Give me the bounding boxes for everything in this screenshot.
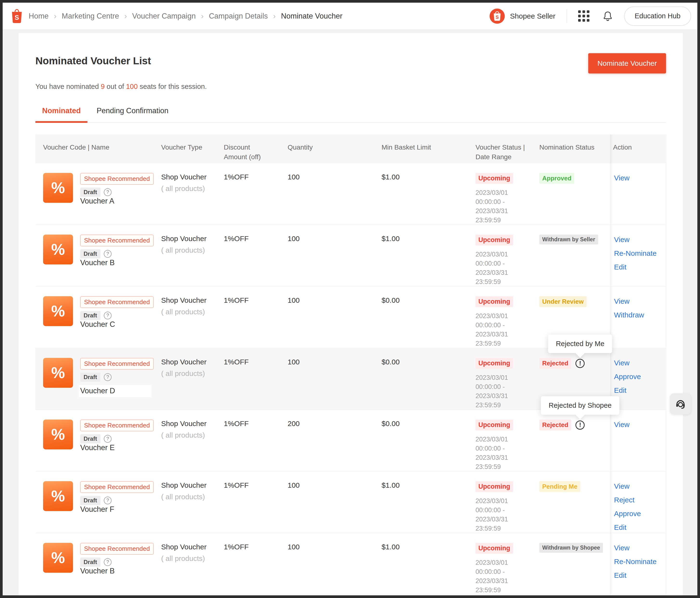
- draft-badge: Draft: [80, 557, 100, 567]
- date-line: 23:59:59: [475, 216, 536, 225]
- action-view[interactable]: View: [614, 173, 629, 183]
- draft-help-icon[interactable]: [104, 558, 111, 566]
- notifications-bell-icon[interactable]: [602, 10, 614, 22]
- action-reject[interactable]: Reject: [614, 495, 634, 505]
- nomination-status-badge: Withdrawn by Shopee: [539, 543, 603, 553]
- voucher-name: Voucher B: [80, 258, 115, 267]
- min-basket-limit-value: $1.00: [381, 543, 400, 551]
- draft-help-icon[interactable]: [104, 188, 111, 196]
- voucher-type-scope: ( all products): [161, 370, 221, 378]
- column-action: Action: [610, 134, 667, 163]
- action-withdraw[interactable]: Withdraw: [614, 310, 644, 320]
- action-edit[interactable]: Edit: [614, 570, 627, 580]
- action-approve[interactable]: Approve: [614, 372, 641, 382]
- date-line: 23:59:59: [475, 339, 536, 348]
- column-voucher-code-name: Voucher Code | Name: [35, 134, 158, 163]
- draft-help-icon[interactable]: [104, 497, 111, 504]
- date-line: 00:00:00 -: [475, 197, 536, 206]
- draft-badge: Draft: [80, 434, 100, 443]
- action-view[interactable]: View: [614, 543, 629, 553]
- date-line: 00:00:00 -: [475, 505, 536, 515]
- content-card: Nominated Voucher List Nominate Voucher …: [19, 33, 683, 595]
- discount-amount: 1%OFF: [224, 234, 249, 243]
- row-actions: View: [610, 163, 667, 225]
- action-re-nominate[interactable]: Re-Nominate: [614, 556, 657, 567]
- nominate-voucher-button[interactable]: Nominate Voucher: [588, 53, 666, 73]
- breadcrumb-voucher-campaign[interactable]: Voucher Campaign: [132, 12, 196, 21]
- action-view[interactable]: View: [614, 420, 629, 430]
- date-line: 2023/03/01: [475, 373, 536, 382]
- voucher-type-scope: ( all products): [161, 554, 221, 563]
- breadcrumb-campaign-details[interactable]: Campaign Details: [209, 12, 268, 21]
- voucher-percent-icon: [43, 358, 73, 388]
- nomination-status-badge: Pending Me: [539, 481, 580, 492]
- user-avatar[interactable]: S: [489, 8, 505, 24]
- quantity-value: 200: [288, 420, 300, 427]
- quantity-value: 100: [288, 543, 300, 551]
- date-range: 2023/03/0100:00:00 -2023/03/3123:59:59: [475, 312, 536, 348]
- rejected-info-icon[interactable]: [575, 359, 584, 368]
- breadcrumb-home[interactable]: Home: [29, 12, 49, 21]
- shopee-logo-icon[interactable]: S: [10, 8, 23, 24]
- discount-amount: 1%OFF: [224, 173, 249, 181]
- discount-amount: 1%OFF: [224, 420, 249, 427]
- date-range: 2023/03/0100:00:00 -2023/03/3123:59:59: [475, 250, 536, 286]
- date-line: 2023/03/31: [475, 515, 536, 524]
- voucher-type: Shop Voucher: [161, 234, 221, 243]
- voucher-percent-icon: [43, 173, 73, 203]
- date-line: 2023/03/01: [475, 435, 536, 444]
- action-view[interactable]: View: [614, 234, 629, 245]
- date-line: 00:00:00 -: [475, 259, 536, 268]
- support-chat-button[interactable]: [670, 393, 691, 415]
- rejection-tooltip: Rejected by Shopee: [541, 396, 619, 415]
- education-hub-button[interactable]: Education Hub: [624, 6, 691, 26]
- page-title: Nominated Voucher List: [35, 53, 151, 67]
- action-re-nominate[interactable]: Re-Nominate: [614, 248, 657, 258]
- date-line: 23:59:59: [475, 462, 536, 471]
- date-line: 2023/03/01: [475, 250, 536, 259]
- date-range: 2023/03/0100:00:00 -2023/03/3123:59:59: [475, 496, 536, 533]
- action-view[interactable]: View: [614, 296, 629, 306]
- voucher-cell: Shopee Recommended Draft Voucher B: [35, 533, 158, 595]
- user-name[interactable]: Shopee Seller: [510, 12, 555, 20]
- voucher-status-badge: Upcoming: [475, 296, 513, 307]
- date-line: 2023/03/01: [475, 496, 536, 505]
- rejected-info-icon[interactable]: [575, 421, 584, 430]
- topbar: S Home Marketing Centre Voucher Campaign…: [3, 3, 697, 30]
- date-range: 2023/03/0100:00:00 -2023/03/3123:59:59: [475, 373, 536, 410]
- action-approve[interactable]: Approve: [614, 509, 641, 519]
- voucher-type-scope: ( all products): [161, 431, 221, 439]
- action-edit[interactable]: Edit: [614, 385, 627, 395]
- action-view[interactable]: View: [614, 481, 629, 491]
- min-basket-limit-value: $1.00: [381, 481, 400, 489]
- nomination-status-badge: Approved: [539, 173, 574, 184]
- draft-help-icon[interactable]: [104, 435, 111, 443]
- voucher-name: Voucher A: [80, 197, 114, 205]
- date-line: 2023/03/31: [475, 576, 536, 585]
- voucher-cell: Shopee Recommended Draft Voucher D: [35, 348, 158, 410]
- column-voucher-type: Voucher Type: [158, 134, 221, 163]
- rejected-info-wrap: Rejected by Shopee: [575, 421, 584, 430]
- action-edit[interactable]: Edit: [614, 262, 627, 272]
- draft-help-icon[interactable]: [104, 312, 111, 319]
- draft-help-icon[interactable]: [104, 373, 111, 381]
- date-line: 2023/03/31: [475, 391, 536, 400]
- tab-pending-confirmation[interactable]: Pending Confirmation: [90, 106, 175, 122]
- breadcrumb-marketing-centre[interactable]: Marketing Centre: [62, 12, 119, 21]
- voucher-type: Shop Voucher: [161, 543, 221, 551]
- voucher-name: Voucher D: [79, 385, 151, 397]
- voucher-status-badge: Upcoming: [475, 543, 513, 554]
- min-basket-limit-value: $0.00: [381, 358, 400, 366]
- breadcrumb-separator: [49, 11, 62, 21]
- support-headset-icon: [674, 398, 686, 410]
- action-edit[interactable]: Edit: [614, 522, 627, 532]
- action-view[interactable]: View: [614, 358, 629, 368]
- apps-grid-icon[interactable]: [578, 10, 590, 22]
- tab-nominated[interactable]: Nominated: [35, 106, 88, 122]
- voucher-percent-icon: [43, 481, 73, 511]
- date-line: 23:59:59: [475, 277, 536, 286]
- draft-help-icon[interactable]: [104, 250, 111, 258]
- quantity-value: 100: [288, 296, 300, 304]
- topbar-divider: [567, 9, 567, 23]
- shopee-recommended-badge: Shopee Recommended: [80, 481, 154, 493]
